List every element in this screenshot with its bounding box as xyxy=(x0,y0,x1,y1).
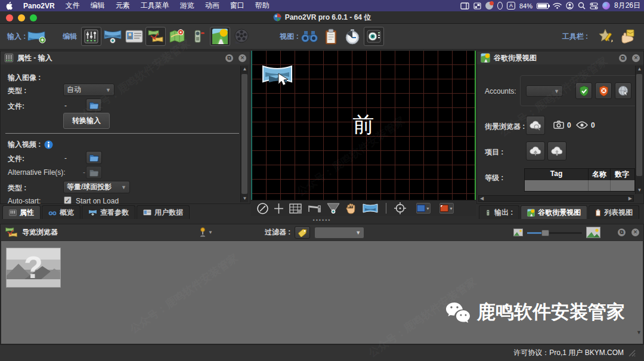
display-icon[interactable] xyxy=(460,2,469,10)
pano-view-icon xyxy=(103,29,122,44)
notification-app-icon[interactable] xyxy=(485,2,493,10)
viewing-parameters-button[interactable] xyxy=(103,27,123,46)
tab-google-streetview[interactable]: 谷歌街景视图 xyxy=(521,205,587,219)
tab-list-view[interactable]: 列表视图 xyxy=(589,205,639,219)
upload-all-button[interactable] xyxy=(547,141,566,161)
float-panel-icon[interactable]: ⧉ xyxy=(618,229,626,236)
grid-icon[interactable] xyxy=(289,203,302,214)
accounts-dropdown[interactable]: ▼ xyxy=(526,85,563,97)
convert-input-button[interactable]: 转换输入 xyxy=(63,113,110,129)
table-header-name[interactable]: 名称 xyxy=(589,169,611,180)
hand-icon[interactable] xyxy=(345,203,357,214)
add-input-button[interactable] xyxy=(26,27,47,46)
siri-icon[interactable] xyxy=(602,2,610,10)
components-button[interactable] xyxy=(618,27,638,46)
cone-icon[interactable] xyxy=(327,203,340,214)
gsv-panel-header[interactable]: 谷歌街景视图 ⧉ ✕ xyxy=(477,51,643,64)
list-view-tool-button[interactable] xyxy=(321,27,341,46)
open-file-button[interactable] xyxy=(86,98,102,112)
tab-viewing-parameters[interactable]: 查看参数 xyxy=(82,205,135,219)
menu-date[interactable]: 8月26日 xyxy=(614,1,640,11)
close-panel-icon[interactable]: ✕ xyxy=(631,229,639,236)
sort-mode-button[interactable]: ▼ xyxy=(199,227,213,237)
float-panel-icon[interactable]: ⧉ xyxy=(225,54,233,62)
float-panel-icon[interactable]: ⧉ xyxy=(619,54,627,62)
tour-browser-header[interactable]: 导览浏览器 ▼ 过滤器 : ▼ ⧉ ✕ xyxy=(1,224,643,240)
output-tool-button[interactable] xyxy=(188,27,209,46)
minimize-window-button[interactable] xyxy=(18,14,25,21)
panorama-small-icon[interactable] xyxy=(363,203,378,214)
table-header-number[interactable]: 数字 xyxy=(611,169,633,180)
close-panel-icon[interactable]: ✕ xyxy=(239,54,246,62)
menu-edit[interactable]: 编辑 xyxy=(85,1,110,11)
account-verify-button[interactable] xyxy=(575,82,592,99)
panorama-canvas[interactable]: 前 xyxy=(251,51,476,200)
customize-toolbar-button[interactable] xyxy=(596,27,617,46)
apple-menu[interactable] xyxy=(0,2,18,10)
target-icon[interactable] xyxy=(394,202,406,214)
barrier-icon[interactable] xyxy=(307,203,321,213)
overview-tool-button[interactable] xyxy=(299,27,320,46)
slider-handle[interactable] xyxy=(541,230,549,236)
menu-elements[interactable]: 元素 xyxy=(110,1,135,11)
properties-panel-header[interactable]: 属性 - 输入 ⧉ ✕ xyxy=(1,51,250,64)
account-remove-button[interactable] xyxy=(595,82,612,99)
table-row[interactable] xyxy=(525,180,634,191)
menu-file[interactable]: 文件 xyxy=(60,1,85,11)
right-panel-scrollbar[interactable]: ▲ ▼ xyxy=(635,66,643,194)
crosshair-icon[interactable] xyxy=(274,203,284,214)
menu-app-name[interactable]: Pano2VR xyxy=(18,2,60,10)
map-tool-button[interactable] xyxy=(167,27,187,46)
user-data-tool-button[interactable] xyxy=(124,27,144,46)
wifi-icon[interactable] xyxy=(553,2,562,9)
google-streetview-button[interactable] xyxy=(210,27,230,46)
menu-animation[interactable]: 动画 xyxy=(200,1,225,11)
user-menu-icon[interactable] xyxy=(566,2,574,10)
tour-mode-button[interactable] xyxy=(145,27,166,46)
right-panel-hscrollbar[interactable]: ◀ ▶ xyxy=(478,195,634,202)
menu-window[interactable]: 窗口 xyxy=(225,1,250,11)
tab-output[interactable]: 输出 : xyxy=(479,205,519,219)
upload-project-button[interactable] xyxy=(526,141,545,161)
filter-tag-button[interactable] xyxy=(295,226,310,239)
compass-icon[interactable] xyxy=(257,203,268,214)
animation-preview-button[interactable] xyxy=(342,27,363,46)
open-alt-file-button[interactable] xyxy=(86,166,102,179)
tab-overview[interactable]: 概览 xyxy=(42,205,80,219)
background-color-swatch[interactable]: ▼ xyxy=(439,203,454,214)
menu-help[interactable]: 帮助 xyxy=(250,1,275,11)
panorama-thumbnail[interactable]: ? xyxy=(6,248,61,288)
input-type-dropdown[interactable]: 自动▼ xyxy=(63,84,114,96)
oval-app-icon[interactable] xyxy=(497,2,503,10)
filter-dropdown[interactable]: ▼ xyxy=(314,227,364,239)
autostart-checkbox[interactable]: ✓ xyxy=(64,196,72,204)
streetview-browser-button[interactable] xyxy=(526,116,545,135)
zoom-window-button[interactable] xyxy=(30,14,37,21)
table-header-tag[interactable]: Tag xyxy=(525,169,589,180)
menu-tour[interactable]: 游览 xyxy=(175,1,200,11)
content-scroll-arrow[interactable]: ▼ xyxy=(636,329,642,335)
menu-tools[interactable]: 工具菜单 xyxy=(135,1,175,11)
level-table[interactable]: Tag 名称 数字 xyxy=(524,168,635,192)
account-web-button[interactable] xyxy=(615,82,631,99)
search-icon[interactable] xyxy=(578,2,586,10)
tour-browser-content[interactable]: ? 鹿鸣软件安装管家 ▼ xyxy=(1,241,643,344)
window-title-bar[interactable]: Pano2VR pro 6.0.1 - 64 位 xyxy=(0,11,644,24)
control-center-icon[interactable] xyxy=(590,2,598,10)
grid-color-swatch[interactable]: ▼ xyxy=(416,203,431,214)
input-method-icon[interactable]: A xyxy=(507,2,515,10)
animation-tool-button[interactable] xyxy=(231,27,252,46)
left-panel-scrollbar[interactable]: ▲ ▼ xyxy=(240,66,248,202)
tab-properties[interactable]: 属性 xyxy=(2,205,41,219)
close-window-button[interactable] xyxy=(6,14,13,21)
properties-tool-button[interactable] xyxy=(81,27,101,46)
info-icon[interactable] xyxy=(44,140,53,149)
thumbnail-size-slider[interactable] xyxy=(527,229,582,236)
close-panel-icon[interactable]: ✕ xyxy=(632,54,640,62)
resize-grip-icon[interactable] xyxy=(628,350,636,357)
video-type-dropdown[interactable]: 等量/球面投影▼ xyxy=(63,181,130,193)
viewer-settings-button[interactable] xyxy=(364,27,384,46)
apps-grid-icon[interactable] xyxy=(473,2,481,10)
tab-user-data[interactable]: 用户数据 xyxy=(137,205,190,219)
open-video-file-button[interactable] xyxy=(86,151,102,164)
